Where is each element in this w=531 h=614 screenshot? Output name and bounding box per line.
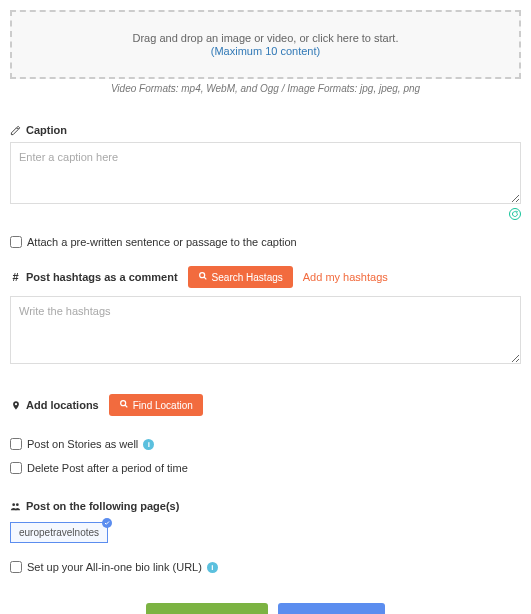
attach-sentence-label: Attach a pre-written sentence or passage… <box>27 236 297 248</box>
check-badge-icon <box>102 518 112 528</box>
post-now-button[interactable]: Post Now <box>278 603 385 614</box>
search-icon <box>119 399 129 411</box>
hashtags-input[interactable] <box>10 296 521 364</box>
caption-label: Caption <box>10 124 521 136</box>
info-icon[interactable]: i <box>143 439 154 450</box>
search-icon <box>198 271 208 283</box>
delete-after-checkbox[interactable] <box>10 462 22 474</box>
schedule-post-button[interactable]: Schedule Post <box>146 603 267 614</box>
users-icon <box>10 501 21 512</box>
bio-link-label: Set up your All-in-one bio link (URL) <box>27 561 202 573</box>
format-hint: Video Formats: mp4, WebM, and Ogg / Imag… <box>10 83 521 94</box>
grammarly-icon[interactable] <box>509 208 521 222</box>
svg-line-4 <box>125 405 127 407</box>
attach-sentence-row[interactable]: Attach a pre-written sentence or passage… <box>10 236 521 248</box>
page-chip-europetravelnotes[interactable]: europetravelnotes <box>10 522 108 543</box>
bio-link-checkbox[interactable] <box>10 561 22 573</box>
svg-point-3 <box>120 401 125 406</box>
post-stories-row[interactable]: Post on Stories as well i <box>10 438 521 450</box>
dropzone-text: Drag and drop an image or video, or clic… <box>133 32 399 44</box>
locations-label: Add locations <box>10 399 99 411</box>
attach-sentence-checkbox[interactable] <box>10 236 22 248</box>
page-chip-label: europetravelnotes <box>19 527 99 538</box>
svg-point-6 <box>16 503 19 506</box>
upload-dropzone[interactable]: Drag and drop an image or video, or clic… <box>10 10 521 79</box>
svg-line-2 <box>204 277 206 279</box>
delete-after-label: Delete Post after a period of time <box>27 462 188 474</box>
edit-icon <box>10 125 21 136</box>
location-pin-icon <box>10 400 21 411</box>
search-hashtags-button[interactable]: Search Hastags <box>188 266 293 288</box>
post-stories-checkbox[interactable] <box>10 438 22 450</box>
info-icon[interactable]: i <box>207 562 218 573</box>
dropzone-limit-text: (Maximum 10 content) <box>22 45 509 57</box>
pages-label: Post on the following page(s) <box>10 500 521 512</box>
svg-point-0 <box>510 209 521 220</box>
find-location-button[interactable]: Find Location <box>109 394 203 416</box>
caption-input[interactable] <box>10 142 521 204</box>
svg-point-1 <box>199 273 204 278</box>
svg-point-5 <box>12 503 15 506</box>
hash-icon: # <box>10 272 21 283</box>
post-stories-label: Post on Stories as well <box>27 438 138 450</box>
add-my-hashtags-link[interactable]: Add my hashtags <box>303 271 388 283</box>
hashtags-label: # Post hashtags as a comment <box>10 271 178 283</box>
bio-link-row[interactable]: Set up your All-in-one bio link (URL) i <box>10 561 521 573</box>
delete-after-row[interactable]: Delete Post after a period of time <box>10 462 521 474</box>
